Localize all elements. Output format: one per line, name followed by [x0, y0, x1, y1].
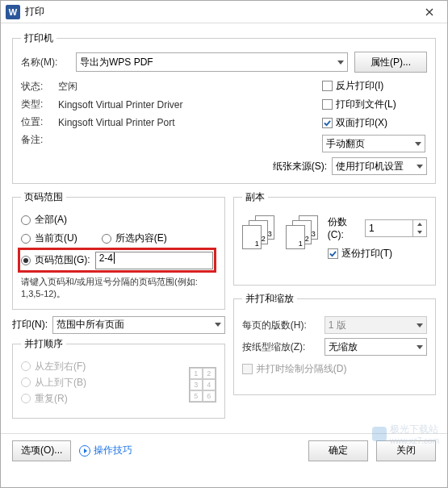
- merge-legend: 并打和缩放: [242, 292, 297, 306]
- page-range-highlight: 页码范围(G): 2-4: [18, 248, 216, 273]
- chevron-down-icon: [417, 165, 423, 169]
- print-order-group: 并打顺序 从左到右(F) 从上到下(B) 重复(R) 12 34 56: [12, 337, 225, 419]
- dialog-title: 打印: [25, 5, 413, 19]
- printer-legend: 打印机: [21, 31, 57, 45]
- collate-preview: 3 2 1 3 2 1: [242, 215, 320, 249]
- scale-label: 按纸型缩放(Z):: [242, 340, 320, 354]
- order-repeat-radio: 重复(R): [21, 392, 216, 406]
- chevron-down-icon: [337, 60, 344, 65]
- checkbox-icon: [242, 364, 253, 374]
- per-page-label: 每页的版数(H):: [242, 319, 320, 332]
- port-value: Kingsoft Virtual Printer Port: [58, 117, 175, 128]
- printer-group: 打印机 名称(M): 导出为WPS PDF 属性(P)... 状态:空闲 类型:…: [12, 31, 436, 184]
- close-icon: [425, 8, 433, 16]
- checkbox-icon: [328, 248, 338, 259]
- scale-combo[interactable]: 无缩放: [324, 338, 427, 356]
- play-circle-icon: [79, 445, 90, 457]
- order-tb-radio: 从上到下(B): [21, 376, 216, 390]
- checkbox-icon: [322, 99, 333, 110]
- order-preview-grid: 12 34 56: [189, 367, 216, 402]
- spin-up[interactable]: [413, 220, 426, 228]
- page-range-input[interactable]: 2-4: [95, 252, 213, 269]
- copies-group: 副本 3 2 1 3 2 1: [233, 190, 436, 286]
- close-button[interactable]: [413, 1, 446, 23]
- print-to-file-checkbox[interactable]: 打印到文件(L): [322, 98, 427, 111]
- chevron-down-icon: [415, 142, 421, 146]
- text-cursor: [114, 252, 115, 264]
- order-lr-radio: 从左到右(F): [21, 360, 216, 373]
- spin-down[interactable]: [413, 228, 426, 236]
- printer-name-value: 导出为WPS PDF: [80, 56, 153, 69]
- copies-input[interactable]: [366, 223, 412, 234]
- duplex-checkbox[interactable]: 双面打印(X): [322, 116, 427, 130]
- page-range-group: 页码范围 全部(A) 当前页(U) 所选内容(E) 页码范围(G): 2-4 请…: [12, 190, 225, 310]
- chevron-down-icon: [417, 345, 423, 349]
- type-value: Kingsoft Virtual Printer Driver: [58, 99, 183, 111]
- range-selection-radio[interactable]: 所选内容(E): [102, 231, 167, 245]
- print-what-label: 打印(N):: [12, 318, 48, 332]
- properties-button[interactable]: 属性(P)...: [354, 52, 427, 73]
- draw-lines-checkbox: 并打时绘制分隔线(D): [242, 362, 427, 376]
- status-value: 空闲: [58, 80, 77, 94]
- copies-spinner[interactable]: [365, 219, 427, 237]
- ok-button[interactable]: 确定: [308, 440, 368, 461]
- paper-source-combo[interactable]: 使用打印机设置: [332, 157, 427, 175]
- chevron-down-icon: [417, 323, 423, 327]
- range-legend: 页码范围: [21, 190, 66, 204]
- port-label: 位置:: [21, 115, 58, 129]
- reverse-print-checkbox[interactable]: 反片打印(I): [322, 79, 427, 93]
- range-pages-radio[interactable]: 页码范围(G):: [21, 253, 90, 267]
- per-page-combo: 1 版: [324, 316, 427, 334]
- type-label: 类型:: [21, 98, 58, 111]
- cancel-button[interactable]: 关闭: [376, 440, 436, 461]
- checkbox-icon: [322, 81, 333, 91]
- range-hint: 请键入页码和/或用逗号分隔的页码范围(例如: 1,3,5-12)。: [21, 276, 216, 301]
- status-label: 状态:: [21, 80, 58, 94]
- app-icon: W: [6, 5, 20, 19]
- order-legend: 并打顺序: [21, 337, 66, 351]
- print-what-combo[interactable]: 范围中所有页面: [52, 316, 225, 334]
- tips-link[interactable]: 操作技巧: [79, 444, 132, 457]
- copies-legend: 副本: [242, 190, 268, 204]
- merge-scale-group: 并打和缩放 每页的版数(H): 1 版 按纸型缩放(Z): 无缩放 并打时绘制分…: [233, 292, 436, 395]
- range-current-radio[interactable]: 当前页(U): [21, 231, 77, 245]
- checkbox-icon: [322, 118, 333, 128]
- options-button[interactable]: 选项(O)...: [12, 440, 71, 461]
- copies-label: 份数(C):: [328, 215, 360, 240]
- printer-name-combo[interactable]: 导出为WPS PDF: [76, 52, 348, 72]
- name-label: 名称(M):: [21, 56, 69, 69]
- comment-label: 备注:: [21, 133, 58, 147]
- chevron-down-icon: [215, 323, 221, 327]
- flip-combo[interactable]: 手动翻页: [322, 135, 425, 152]
- paper-source-label: 纸张来源(S):: [273, 160, 327, 173]
- range-all-radio[interactable]: 全部(A): [21, 213, 216, 227]
- collate-checkbox[interactable]: 逐份打印(T): [328, 247, 427, 261]
